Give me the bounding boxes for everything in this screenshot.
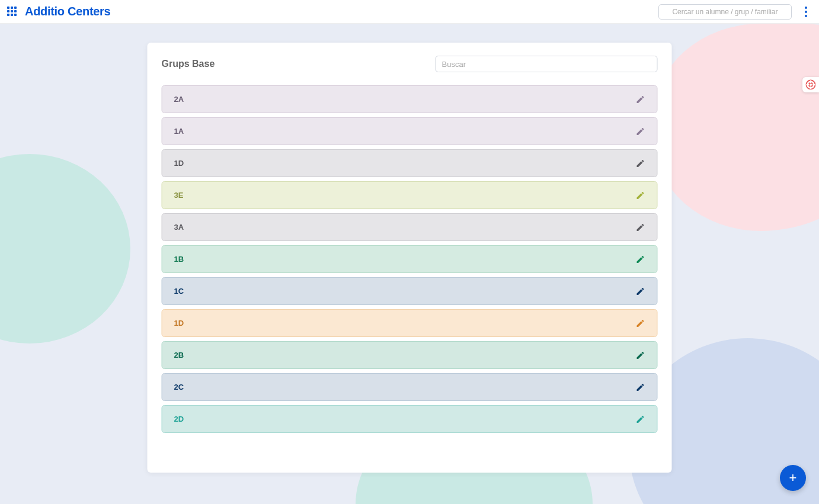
- pencil-icon[interactable]: [636, 95, 645, 104]
- pencil-icon[interactable]: [636, 287, 645, 296]
- bg-decoration: [653, 24, 819, 231]
- help-widget[interactable]: [802, 77, 819, 92]
- lifebuoy-icon: [805, 79, 816, 90]
- group-label: 2D: [174, 415, 184, 423]
- group-label: 3E: [174, 191, 184, 200]
- app-header: Additio Centers: [0, 0, 819, 24]
- groups-card: Grups Base 2A1A1D3E3A1B1C1D2B2C2D: [148, 43, 672, 473]
- pencil-icon[interactable]: [636, 159, 645, 168]
- groups-list: 2A1A1D3E3A1B1C1D2B2C2D: [162, 85, 658, 433]
- group-label: 1B: [174, 255, 184, 264]
- brand-title: Additio Centers: [25, 5, 110, 18]
- group-row[interactable]: 1C: [162, 277, 658, 305]
- pencil-icon[interactable]: [636, 223, 645, 232]
- apps-grid-icon[interactable]: [7, 7, 18, 17]
- bg-decoration: [0, 154, 130, 344]
- group-row[interactable]: 2B: [162, 341, 658, 369]
- card-header: Grups Base: [162, 56, 658, 72]
- group-row[interactable]: 1D: [162, 309, 658, 337]
- group-row[interactable]: 2C: [162, 373, 658, 401]
- overflow-menu-icon[interactable]: [800, 6, 812, 18]
- page-title: Grups Base: [162, 59, 215, 69]
- group-row[interactable]: 1A: [162, 117, 658, 145]
- group-row[interactable]: 3A: [162, 213, 658, 241]
- group-row[interactable]: 2A: [162, 85, 658, 113]
- pencil-icon[interactable]: [636, 415, 645, 424]
- group-row[interactable]: 2D: [162, 405, 658, 433]
- group-label: 2A: [174, 95, 184, 104]
- pencil-icon[interactable]: [636, 351, 645, 360]
- add-button[interactable]: +: [780, 465, 806, 491]
- group-label: 1D: [174, 319, 184, 328]
- group-label: 1A: [174, 127, 184, 136]
- group-row[interactable]: 3E: [162, 181, 658, 209]
- group-label: 2B: [174, 351, 184, 359]
- pencil-icon[interactable]: [636, 383, 645, 392]
- svg-point-1: [809, 83, 812, 86]
- global-search-input[interactable]: [658, 4, 792, 20]
- plus-icon: +: [789, 470, 797, 486]
- pencil-icon[interactable]: [636, 127, 645, 136]
- group-label: 1D: [174, 159, 184, 168]
- group-label: 1C: [174, 287, 184, 296]
- group-row[interactable]: 1B: [162, 245, 658, 273]
- group-label: 3A: [174, 223, 184, 232]
- pencil-icon[interactable]: [636, 255, 645, 264]
- pencil-icon[interactable]: [636, 191, 645, 200]
- pencil-icon[interactable]: [636, 319, 645, 328]
- group-label: 2C: [174, 383, 184, 391]
- group-search-input[interactable]: [436, 56, 658, 72]
- group-row[interactable]: 1D: [162, 149, 658, 177]
